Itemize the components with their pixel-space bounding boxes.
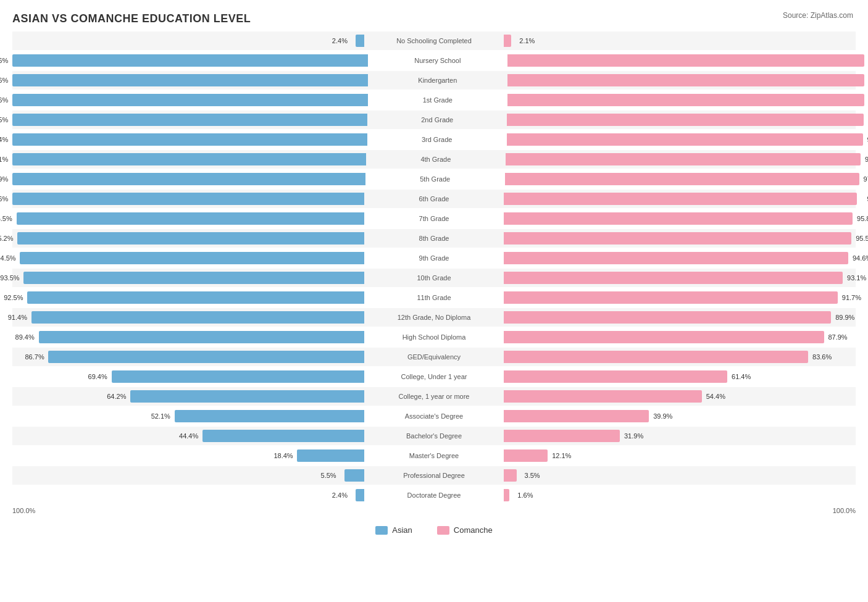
table-row: 97.6%Nursery School98% bbox=[12, 51, 856, 70]
comanche-value: 54.4% bbox=[706, 393, 725, 400]
asian-value: 2.4% bbox=[332, 37, 348, 44]
comanche-bar: 97.5% bbox=[506, 153, 861, 165]
legend-asian: Asian bbox=[375, 525, 412, 535]
row-label: Professional Degree bbox=[364, 472, 504, 479]
axis-left: 100.0% bbox=[12, 507, 366, 514]
row-label: 3rd Grade bbox=[367, 136, 507, 143]
comanche-bar-container: 95.8% bbox=[504, 209, 856, 228]
comanche-bar: 2.1% bbox=[504, 35, 511, 47]
comanche-bar-container: 2.1% bbox=[504, 31, 856, 50]
row-label: College, Under 1 year bbox=[364, 373, 504, 380]
row-label: Doctorate Degree bbox=[364, 491, 504, 499]
asian-bar-container: 44.4% bbox=[12, 427, 364, 445]
comanche-bar-container: 97% bbox=[504, 190, 857, 208]
asian-value: 94.5% bbox=[0, 254, 16, 262]
chart-title: ASIAN VS COMANCHE EDUCATION LEVEL bbox=[12, 12, 856, 25]
comanche-value: 95.8% bbox=[857, 215, 868, 222]
asian-bar-container: 97.6% bbox=[12, 71, 368, 90]
comanche-bar: 98% bbox=[507, 54, 864, 67]
table-row: 52.1%Associate's Degree39.9% bbox=[12, 407, 856, 425]
asian-value: 95.5% bbox=[0, 215, 12, 222]
row-label: GED/Equivalency bbox=[364, 353, 504, 361]
asian-bar-container: 92.5% bbox=[12, 288, 364, 307]
asian-value: 64.2% bbox=[107, 393, 126, 400]
asian-bar: 86.7% bbox=[48, 351, 364, 363]
comanche-bar-container: 97.9% bbox=[507, 111, 864, 129]
comanche-value: 2.1% bbox=[519, 37, 535, 44]
chart-container: ASIAN VS COMANCHE EDUCATION LEVEL Source… bbox=[0, 0, 868, 602]
table-row: 64.2%College, 1 year or more54.4% bbox=[12, 387, 856, 406]
asian-bar: 69.4% bbox=[112, 370, 364, 383]
asian-bar: 2.4% bbox=[356, 35, 364, 47]
table-row: 2.4%No Schooling Completed2.1% bbox=[12, 31, 856, 50]
asian-value: 97.1% bbox=[0, 156, 8, 163]
comanche-bar: 87.9% bbox=[504, 331, 824, 343]
bars-area: 2.4%No Schooling Completed2.1%97.6%Nurse… bbox=[12, 31, 856, 504]
asian-bar-container: 95.5% bbox=[12, 209, 364, 228]
asian-bar: 97.6% bbox=[12, 94, 368, 106]
axis-right: 100.0% bbox=[502, 507, 856, 514]
row-label: 10th Grade bbox=[364, 274, 504, 282]
table-row: 97.6%1st Grade98% bbox=[12, 91, 856, 109]
comanche-bar-container: 1.6% bbox=[504, 486, 856, 504]
comanche-value: 3.5% bbox=[525, 472, 540, 479]
table-row: 18.4%Master's Degree12.1% bbox=[12, 446, 856, 465]
asian-bar: 95.2% bbox=[17, 232, 364, 245]
table-row: 95.2%8th Grade95.5% bbox=[12, 229, 856, 248]
asian-value: 97.6% bbox=[0, 96, 8, 104]
table-row: 97.4%3rd Grade97.8% bbox=[12, 130, 856, 149]
asian-bar-container: 95.2% bbox=[12, 229, 364, 248]
asian-bar: 96.6% bbox=[12, 193, 364, 205]
comanche-bar-container: 87.9% bbox=[504, 328, 856, 346]
table-row: 97.1%4th Grade97.5% bbox=[12, 150, 856, 169]
row-label: 4th Grade bbox=[366, 156, 506, 163]
asian-value: 52.1% bbox=[151, 412, 170, 420]
asian-bar: 64.2% bbox=[130, 390, 364, 403]
asian-value: 89.4% bbox=[15, 333, 35, 341]
comanche-bar: 97.9% bbox=[507, 114, 864, 126]
comanche-bar-container: 97.5% bbox=[506, 150, 861, 169]
comanche-bar: 54.4% bbox=[504, 390, 702, 403]
asian-bar: 52.1% bbox=[175, 410, 364, 422]
asian-value: 86.7% bbox=[25, 353, 44, 361]
asian-bar-container: 97.4% bbox=[12, 130, 367, 149]
comanche-bar: 98% bbox=[507, 74, 864, 86]
table-row: 97.6%Kindergarten98% bbox=[12, 71, 856, 90]
legend-asian-label: Asian bbox=[392, 525, 412, 535]
comanche-value: 95.5% bbox=[856, 235, 868, 242]
asian-bar-container: 97.6% bbox=[12, 51, 368, 70]
table-row: 97.5%2nd Grade97.9% bbox=[12, 111, 856, 129]
comanche-bar-container: 95.5% bbox=[504, 229, 856, 248]
asian-bar-container: 91.4% bbox=[12, 308, 364, 327]
asian-bar: 94.5% bbox=[20, 252, 364, 264]
asian-bar: 44.4% bbox=[202, 430, 364, 442]
asian-value: 2.4% bbox=[332, 491, 348, 499]
asian-bar: 97.5% bbox=[12, 114, 367, 126]
row-label: 12th Grade, No Diploma bbox=[364, 314, 504, 321]
asian-bar-container: 94.5% bbox=[12, 249, 364, 267]
comanche-bar: 61.4% bbox=[504, 370, 727, 383]
comanche-bar: 95.8% bbox=[504, 212, 853, 225]
row-label: No Schooling Completed bbox=[364, 37, 504, 44]
comanche-bar: 39.9% bbox=[504, 410, 649, 422]
asian-bar-container: 2.4% bbox=[12, 486, 364, 504]
asian-value: 96.9% bbox=[0, 175, 8, 183]
asian-bar: 93.5% bbox=[23, 272, 364, 284]
asian-value: 44.4% bbox=[179, 432, 198, 440]
table-row: 92.5%11th Grade91.7% bbox=[12, 288, 856, 307]
comanche-bar: 83.6% bbox=[504, 351, 808, 363]
asian-value: 69.4% bbox=[88, 373, 107, 380]
comanche-bar: 91.7% bbox=[504, 291, 838, 304]
row-label: 8th Grade bbox=[364, 235, 504, 242]
comanche-bar-container: 98% bbox=[507, 51, 864, 70]
asian-bar-container: 93.5% bbox=[12, 269, 364, 287]
asian-value: 18.4% bbox=[273, 452, 293, 459]
asian-bar: 5.5% bbox=[344, 469, 364, 482]
comanche-bar-container: 83.6% bbox=[504, 348, 856, 366]
comanche-value: 87.9% bbox=[828, 333, 847, 341]
comanche-bar: 31.9% bbox=[504, 430, 620, 442]
asian-bar: 97.6% bbox=[12, 74, 368, 86]
axis-row: 100.0% 100.0% bbox=[12, 507, 856, 514]
comanche-bar-container: 31.9% bbox=[504, 427, 856, 445]
asian-bar: 96.9% bbox=[12, 173, 365, 185]
